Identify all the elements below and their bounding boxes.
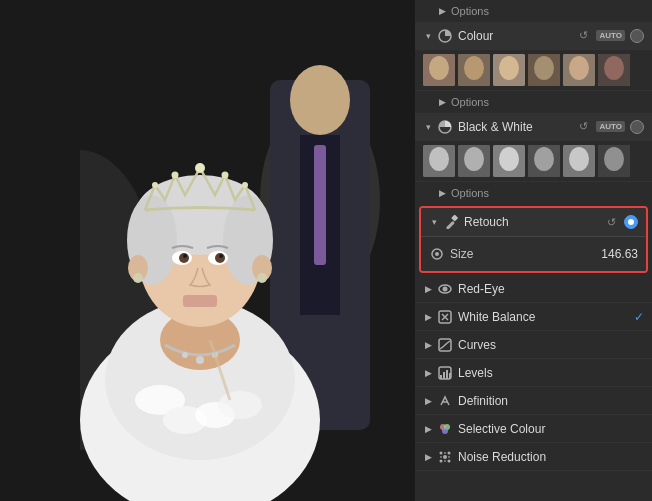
bw-thumb-3[interactable] <box>493 145 525 177</box>
svg-point-88 <box>448 459 451 462</box>
svg-point-67 <box>435 252 439 256</box>
bw-toggle[interactable] <box>630 120 644 134</box>
svg-point-24 <box>222 172 229 179</box>
svg-point-79 <box>442 428 448 434</box>
svg-point-4 <box>290 65 350 135</box>
svg-point-32 <box>219 254 223 258</box>
svg-point-81 <box>444 452 446 454</box>
size-label: Size <box>450 247 601 261</box>
svg-point-16 <box>182 352 188 358</box>
colour-thumbnail-strip <box>415 50 652 91</box>
colour-controls: ↺ AUTO <box>575 28 644 44</box>
svg-point-87 <box>444 460 446 462</box>
curves-icon <box>437 337 453 353</box>
selective-colour-section-header[interactable]: ▶ Selective Colour <box>415 415 652 443</box>
bw-icon <box>437 119 453 135</box>
colour-thumb-1[interactable] <box>423 54 455 86</box>
svg-point-44 <box>499 56 519 80</box>
svg-point-42 <box>464 56 484 80</box>
svg-point-85 <box>448 456 450 458</box>
definition-section-header[interactable]: ▶ Definition <box>415 387 652 415</box>
svg-rect-65 <box>451 215 458 222</box>
svg-point-80 <box>440 451 443 454</box>
colour-thumb-4[interactable] <box>528 54 560 86</box>
bw-label: Black & White <box>458 120 575 134</box>
svg-point-22 <box>195 163 205 173</box>
white-balance-icon <box>437 309 453 325</box>
svg-point-26 <box>242 182 248 188</box>
svg-point-46 <box>534 56 554 80</box>
svg-rect-73 <box>440 375 442 379</box>
bw-auto-badge[interactable]: AUTO <box>596 121 625 132</box>
colour-thumb-5[interactable] <box>563 54 595 86</box>
svg-point-86 <box>440 459 443 462</box>
retouch-section: ▾ Retouch ↺ Size <box>419 206 648 273</box>
svg-point-83 <box>440 456 442 458</box>
colour-thumb-6[interactable] <box>598 54 630 86</box>
svg-point-40 <box>429 56 449 80</box>
options-bw-chevron: ▶ <box>437 188 447 198</box>
bw-chevron: ▾ <box>423 122 433 132</box>
noise-reduction-chevron: ▶ <box>423 452 433 462</box>
definition-label: Definition <box>458 394 644 408</box>
svg-point-55 <box>464 147 484 171</box>
colour-auto-badge[interactable]: AUTO <box>596 30 625 41</box>
options-top-label: Options <box>451 5 489 17</box>
svg-rect-74 <box>443 372 445 379</box>
selective-colour-chevron: ▶ <box>423 424 433 434</box>
options-colour-chevron: ▶ <box>437 97 447 107</box>
size-row: Size 146.63 <box>429 241 638 267</box>
options-top-row[interactable]: ▶ Options <box>415 0 652 22</box>
options-bw-label: Options <box>451 187 489 199</box>
bw-thumb-1[interactable] <box>423 145 455 177</box>
red-eye-section-header[interactable]: ▶ Red-Eye <box>415 275 652 303</box>
retouch-reset-btn[interactable]: ↺ <box>603 214 619 230</box>
white-balance-checkmark: ✓ <box>634 310 644 324</box>
bw-thumbnail-strip <box>415 141 652 182</box>
retouch-header[interactable]: ▾ Retouch ↺ <box>421 208 646 236</box>
red-eye-label: Red-Eye <box>458 282 644 296</box>
retouch-chevron: ▾ <box>429 217 439 227</box>
svg-point-69 <box>443 286 448 291</box>
curves-section-header[interactable]: ▶ Curves <box>415 331 652 359</box>
definition-chevron: ▶ <box>423 396 433 406</box>
white-balance-section-header[interactable]: ▶ White Balance ✓ <box>415 303 652 331</box>
retouch-body: Size 146.63 <box>421 236 646 271</box>
options-colour-label: Options <box>451 96 489 108</box>
svg-point-61 <box>569 147 589 171</box>
colour-toggle[interactable] <box>630 29 644 43</box>
photo-panel <box>0 0 415 501</box>
colour-label: Colour <box>458 29 575 43</box>
options-colour-row[interactable]: ▶ Options <box>415 91 652 113</box>
svg-rect-6 <box>314 145 326 265</box>
retouch-controls: ↺ <box>603 214 638 230</box>
colour-thumb-3[interactable] <box>493 54 525 86</box>
bw-section-header[interactable]: ▾ Black & White ↺ AUTO <box>415 113 652 141</box>
white-balance-chevron: ▶ <box>423 312 433 322</box>
retouch-toggle[interactable] <box>624 215 638 229</box>
levels-section-header[interactable]: ▶ Levels <box>415 359 652 387</box>
bw-thumb-6[interactable] <box>598 145 630 177</box>
noise-reduction-section-header[interactable]: ▶ Noise Reduction <box>415 443 652 471</box>
sidebar: ▶ Options ▾ Colour ↺ AUTO <box>415 0 652 501</box>
size-value: 146.63 <box>601 247 638 261</box>
colour-thumb-2[interactable] <box>458 54 490 86</box>
options-top-chevron: ▶ <box>437 6 447 16</box>
white-balance-label: White Balance <box>458 310 634 324</box>
bw-reset-btn[interactable]: ↺ <box>575 119 591 135</box>
levels-label: Levels <box>458 366 644 380</box>
colour-reset-btn[interactable]: ↺ <box>575 28 591 44</box>
red-eye-icon <box>437 281 453 297</box>
red-eye-chevron: ▶ <box>423 284 433 294</box>
svg-point-59 <box>534 147 554 171</box>
colour-section-header[interactable]: ▾ Colour ↺ AUTO <box>415 22 652 50</box>
bw-thumb-2[interactable] <box>458 145 490 177</box>
options-bw-row[interactable]: ▶ Options <box>415 182 652 204</box>
photo-image <box>0 0 415 501</box>
bw-thumb-4[interactable] <box>528 145 560 177</box>
svg-point-25 <box>152 182 158 188</box>
bw-thumb-5[interactable] <box>563 145 595 177</box>
svg-rect-75 <box>446 370 448 379</box>
white-balance-controls: ✓ <box>634 310 644 324</box>
levels-chevron: ▶ <box>423 368 433 378</box>
